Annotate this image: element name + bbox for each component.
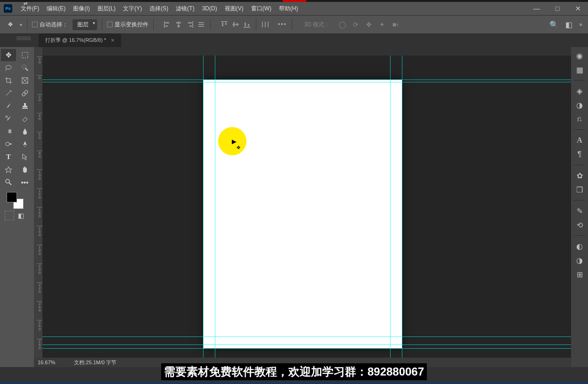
info-panel-icon[interactable]: ⊞: [573, 268, 586, 281]
pen-tool[interactable]: [17, 138, 33, 150]
align-bottom-icon[interactable]: [243, 20, 251, 29]
menu-layer[interactable]: 图层(L): [94, 3, 120, 15]
show-transform-checkbox[interactable]: 显示变换控件: [107, 21, 148, 29]
hand-tool[interactable]: [17, 163, 33, 176]
eyedropper-tool[interactable]: [1, 87, 16, 99]
vertical-ruler[interactable]: 2002040608010012014016018020022024026028…: [34, 56, 42, 358]
3d-slide-icon[interactable]: ✦: [378, 20, 386, 29]
svg-rect-13: [222, 23, 223, 26]
channels-panel-icon[interactable]: ◑: [573, 98, 586, 112]
quick-mask-icon[interactable]: [5, 211, 14, 220]
menu-filter[interactable]: 滤镜(T): [172, 3, 198, 15]
menu-view[interactable]: 视图(V): [221, 3, 247, 15]
color-panel-icon[interactable]: ◉: [573, 49, 586, 62]
vertical-guide[interactable]: [215, 56, 215, 358]
styles-panel-icon[interactable]: ◑: [573, 254, 586, 267]
character-panel-icon[interactable]: A: [573, 134, 586, 147]
menu-image[interactable]: 图像(I): [69, 3, 93, 15]
workspace-switcher-icon[interactable]: ◧: [565, 20, 572, 29]
horizontal-guide[interactable]: [42, 80, 571, 80]
svg-rect-19: [245, 23, 246, 26]
quick-select-tool[interactable]: [17, 62, 33, 74]
path-select-tool[interactable]: [17, 151, 33, 163]
horizontal-guide[interactable]: [42, 344, 571, 345]
3d-orbit-icon[interactable]: ◯: [338, 20, 347, 29]
swatches-panel-icon[interactable]: ▦: [573, 63, 586, 76]
align-hcenter-icon[interactable]: [174, 20, 183, 29]
move-tool[interactable]: ✥: [1, 49, 16, 61]
frame-tool[interactable]: [17, 74, 33, 87]
menu-3d[interactable]: 3D(D): [198, 3, 221, 14]
swap-colors-icon[interactable]: ⇄: [24, 1, 27, 6]
foreground-color[interactable]: [7, 192, 17, 202]
search-icon[interactable]: 🔍: [549, 20, 559, 29]
vertical-guide[interactable]: [402, 56, 402, 358]
svg-rect-31: [22, 108, 28, 109]
align-vcenter-icon[interactable]: [231, 20, 240, 29]
align-right-icon[interactable]: [186, 20, 194, 29]
healing-tool[interactable]: [17, 87, 33, 99]
3d-rotate-icon[interactable]: ⟳: [351, 20, 360, 29]
divider: [27, 19, 27, 30]
align-justify-icon[interactable]: [197, 20, 205, 29]
edit-toolbar[interactable]: •••: [17, 176, 33, 188]
more-options-icon[interactable]: •••: [278, 21, 287, 28]
align-left-icon[interactable]: [163, 20, 172, 29]
adjustments-panel-icon[interactable]: ◐: [573, 240, 586, 253]
canvas-area[interactable]: ▶ ✥: [42, 56, 571, 358]
maximize-button[interactable]: □: [551, 4, 564, 13]
history-brush-tool[interactable]: [1, 112, 16, 125]
doc-size-info[interactable]: 文档:25.1M/0 字节: [74, 359, 116, 366]
crop-tool[interactable]: [1, 74, 16, 87]
auto-select-checkbox[interactable]: 自动选择：: [32, 21, 68, 29]
panel-toggle-icon[interactable]: »: [579, 21, 582, 28]
3d-pan-icon[interactable]: ✥: [365, 20, 373, 29]
auto-select-dropdown[interactable]: 图层: [73, 19, 97, 30]
gradient-tool[interactable]: [1, 125, 16, 137]
brush-tool[interactable]: [1, 100, 16, 112]
brush-panel-icon[interactable]: ✎: [573, 204, 586, 217]
type-tool[interactable]: T: [1, 151, 16, 163]
move-tool-icon: ✥: [6, 20, 15, 29]
3d-camera-icon[interactable]: ■‹: [391, 20, 400, 29]
menu-edit[interactable]: 编辑(E): [43, 3, 69, 15]
document-canvas[interactable]: [203, 80, 402, 348]
menu-help[interactable]: 帮助(H): [275, 3, 302, 15]
menu-type[interactable]: 文字(Y): [119, 3, 146, 15]
eraser-tool[interactable]: [17, 112, 33, 125]
tab-grip[interactable]: [16, 36, 31, 40]
zoom-tool[interactable]: [1, 176, 16, 188]
marquee-tool[interactable]: [17, 49, 33, 61]
tab-close-icon[interactable]: ×: [111, 37, 114, 44]
menu-file[interactable]: 文件(F): [17, 3, 43, 15]
align-top-icon[interactable]: [220, 20, 229, 29]
stamp-tool[interactable]: [17, 100, 33, 112]
layers-panel-icon[interactable]: ◈: [573, 84, 586, 97]
close-button[interactable]: ✕: [572, 4, 584, 13]
color-swatches[interactable]: [6, 191, 28, 210]
svg-rect-23: [268, 22, 269, 27]
horizontal-guide[interactable]: [42, 82, 571, 82]
paths-panel-icon[interactable]: ⎌: [573, 112, 586, 126]
shape-tool[interactable]: [1, 163, 16, 176]
menu-select[interactable]: 选择(S): [146, 3, 172, 15]
distribute-icon[interactable]: [261, 20, 270, 29]
svg-rect-5: [177, 25, 180, 27]
properties-panel-icon[interactable]: ✿: [573, 169, 586, 182]
document-tab[interactable]: 打折季 @ 16.7%(RGB/8) * ×: [39, 33, 121, 47]
blur-tool[interactable]: [17, 125, 33, 137]
menu-window[interactable]: 窗口(W): [247, 3, 275, 15]
vertical-guide[interactable]: [390, 56, 391, 358]
horizontal-guide[interactable]: [42, 336, 571, 337]
minimize-button[interactable]: —: [531, 4, 543, 13]
dodge-tool[interactable]: [1, 138, 16, 150]
lasso-tool[interactable]: [1, 62, 16, 74]
vertical-guide[interactable]: [203, 56, 204, 358]
horizontal-guide[interactable]: [42, 348, 571, 349]
paragraph-panel-icon[interactable]: ¶: [573, 148, 586, 161]
3d-panel-icon[interactable]: ❒: [573, 183, 586, 196]
zoom-level[interactable]: 16.67%: [38, 360, 55, 365]
divider: [102, 19, 102, 30]
history-panel-icon[interactable]: ⟲: [573, 218, 586, 232]
screen-mode-icon[interactable]: ◧: [16, 211, 25, 220]
